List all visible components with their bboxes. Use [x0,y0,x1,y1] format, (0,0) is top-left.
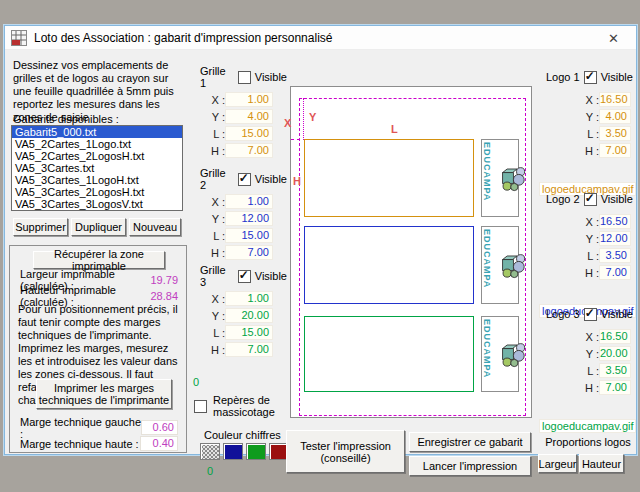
preview-l-label: L [391,123,398,135]
margin-top-row: Marge technique haute : 0.40 [20,436,178,451]
y-label: Y : [191,213,225,225]
close-icon[interactable]: ✕ [591,26,636,50]
margin-left-input[interactable]: 0.60 [141,420,178,435]
test-print-button[interactable]: Tester l'impression (conseillé) [286,430,405,473]
list-item[interactable]: VA5_2Cartes_1Logo.txt [12,138,182,150]
grille-3-h-input[interactable]: 7.00 [225,342,273,357]
margin-top-input[interactable]: 0.40 [140,436,178,451]
grille-1-section: Grille 1 Visible X :1.00 Y :4.00 L :15.0… [191,69,287,159]
grille-1-l-input[interactable]: 15.00 [225,126,273,141]
grille-3-x-input[interactable]: 1.00 [225,291,273,306]
logo-2-l-input[interactable]: 3.50 [599,248,631,263]
grille-2-label: Grille 2 [200,167,233,191]
educampa-logo-image [499,339,526,369]
grille-3-section: Grille 3 ✓ Visible X :1.00 Y :20.00 L :1… [191,268,287,358]
origin-tick-line [291,139,300,140]
proportions-height-button[interactable]: Hauteur [579,454,624,473]
logo-1-x-input[interactable]: 16.50 [599,92,631,107]
x-label: X : [536,94,599,106]
educampa-logo-text: EDUCAMPA [482,229,492,288]
educampa-logo-image [499,250,526,280]
logo-3-y-input[interactable]: 20.00 [599,346,631,361]
list-item[interactable]: VA5_2Cartes_2LogosH.txt [12,150,182,162]
list-item[interactable]: Gabarit5_000.txt [12,126,182,138]
h-label: H : [191,344,225,356]
start-print-button[interactable]: Lancer l'impression [409,456,531,476]
h-label: H : [536,382,599,394]
logo-2-visible-label: Visible [601,193,633,205]
grille-1-visible-checkbox[interactable] [238,71,251,84]
cut-marks-label: Repères de massicotage [213,394,285,418]
logo-3-l-input[interactable]: 3.50 [599,363,631,378]
digit-color-swatch-blue[interactable] [223,443,243,460]
h-label: H : [536,145,599,157]
logo-1-visible-checkbox[interactable]: ✓ [584,71,597,84]
logo-3-visible-checkbox[interactable]: ✓ [584,308,597,321]
preview-logo-3: EDUCAMPA [481,316,519,392]
logo-2-x-input[interactable]: 16.50 [599,214,631,229]
grille-1-label: Grille 1 [200,65,233,89]
grille-2-l-input[interactable]: 15.00 [225,228,273,243]
proportions-width-button[interactable]: Largeur [538,454,577,473]
title-bar: Loto des Association : gabarit d'impress… [5,26,636,50]
swatch-zero-value: 0 [207,465,213,477]
preview-logo-2: EDUCAMPA [481,226,519,304]
educampa-logo-image [499,163,526,193]
logo-2-y-input[interactable]: 12.00 [599,231,631,246]
logo-3-h-input[interactable]: 7.00 [599,380,631,395]
dialog-window: Loto des Association : gabarit d'impress… [4,25,637,455]
grille-2-visible-checkbox[interactable]: ✓ [238,173,251,186]
grille-zero-value: 0 [193,376,199,388]
logo-3-file-input[interactable]: logoeducampav.gif [539,419,636,433]
grille-1-h-input[interactable]: 7.00 [225,143,273,158]
cut-marks-checkbox[interactable] [194,400,207,413]
logo-1-h-input[interactable]: 7.00 [599,143,631,158]
duplicate-button[interactable]: Dupliquer [71,218,126,236]
logo-2-h-input[interactable]: 7.00 [599,265,631,280]
digit-color-swatch-green[interactable] [246,443,266,460]
grille-1-x-input[interactable]: 1.00 [225,92,273,107]
grille-2-y-input[interactable]: 12.00 [225,211,273,226]
logo-1-y-input[interactable]: 4.00 [599,109,631,124]
grille-2-h-input[interactable]: 7.00 [225,245,273,260]
templates-listbox[interactable]: Gabarit5_000.txt VA5_2Cartes_1Logo.txt V… [11,125,183,211]
list-item[interactable]: VA5_3Cartes_2LogosH.txt [12,186,182,198]
logo-3-label: Logo 3 [546,308,580,320]
y-label: Y : [536,111,599,123]
grille-3-l-input[interactable]: 15.00 [225,325,273,340]
print-technical-margins-button[interactable]: Imprimer les marges techniques de l'impr… [36,379,172,409]
list-item[interactable]: VA5_3Cartes_1LogoH.txt [12,174,182,186]
digit-color-swatch-none[interactable] [200,443,220,460]
y-label: Y : [536,348,599,360]
save-template-button[interactable]: Enregistrer ce gabarit [409,432,531,452]
recover-printable-area-button[interactable]: Récupérer la zone imprimable [33,251,165,269]
window-title: Loto des Association : gabarit d'impress… [34,31,332,45]
new-button[interactable]: Nouveau [129,218,181,236]
l-label: L : [536,365,599,377]
logo-1-section: Logo 1 ✓ Visible X :16.50 Y :4.00 L :3.5… [536,69,636,159]
grille-3-y-input[interactable]: 20.00 [225,308,273,323]
x-label: X : [191,196,225,208]
l-label: L : [191,128,225,140]
dialog-client-area: Dessinez vos emplacements de grilles et … [5,50,636,454]
l-label: L : [191,327,225,339]
x-label: X : [191,94,225,106]
list-item[interactable]: VA5_3Cartes_3LogosV.txt [12,198,182,210]
delete-button[interactable]: Supprimer [13,218,68,236]
x-label: X : [536,331,599,343]
h-label: H : [191,145,225,157]
logo-2-visible-checkbox[interactable]: ✓ [584,193,597,206]
logo-3-visible-label: Visible [601,308,633,320]
grille-1-y-input[interactable]: 4.00 [225,109,273,124]
h-label: H : [536,267,599,279]
x-label: X : [191,293,225,305]
logo-3-x-input[interactable]: 16.50 [599,329,631,344]
logo-1-l-input[interactable]: 3.50 [599,126,631,141]
grille-2-x-input[interactable]: 1.00 [225,194,273,209]
preview-grille-1 [304,139,474,217]
educampa-logo-text: EDUCAMPA [482,319,492,378]
preview-logo-1: EDUCAMPA [481,139,519,217]
list-item[interactable]: VA5_3Cartes.txt [12,162,182,174]
grille-2-section: Grille 2 ✓ Visible X :1.00 Y :12.00 L :1… [191,171,287,261]
grille-3-visible-checkbox[interactable]: ✓ [238,270,251,283]
